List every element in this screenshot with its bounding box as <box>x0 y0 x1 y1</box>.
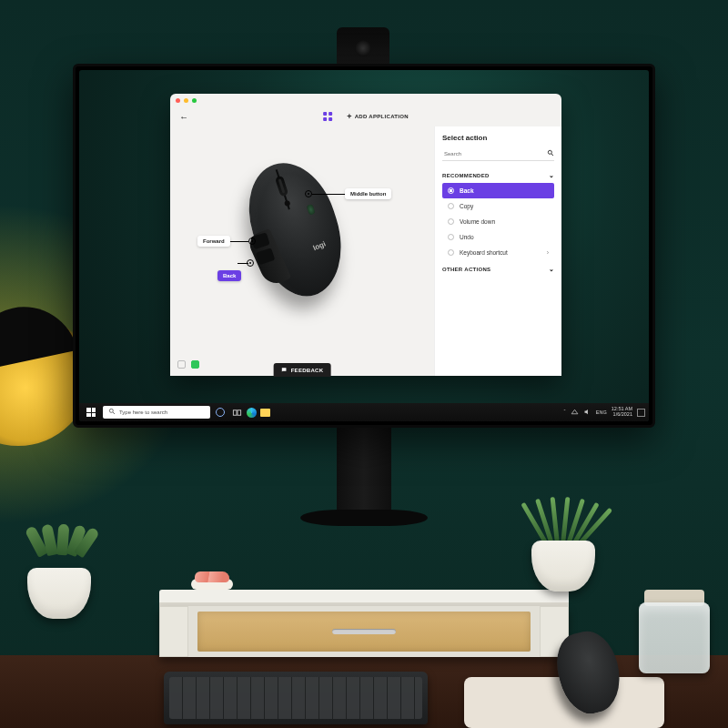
mason-jar <box>639 590 710 673</box>
window-titlebar <box>170 94 561 106</box>
option-volume-down[interactable]: Volume down <box>442 214 554 229</box>
svg-line-3 <box>113 412 115 414</box>
chevron-down-icon: ⌄ <box>549 266 554 273</box>
file-explorer-icon[interactable] <box>260 409 270 417</box>
tray-date: 1/6/2021 <box>613 412 632 418</box>
drawer <box>197 612 531 652</box>
callout-forward-button[interactable]: Forward <box>197 236 230 247</box>
svg-point-0 <box>548 150 551 154</box>
option-undo-label: Undo <box>460 234 474 240</box>
topbar-center: + ADD APPLICATION <box>323 112 409 121</box>
cortana-icon[interactable] <box>214 406 227 419</box>
chevron-down-icon: ⌄ <box>549 172 554 179</box>
lead-back <box>238 263 248 264</box>
option-undo[interactable]: Undo <box>442 229 554 245</box>
section-other-label: OTHER ACTIONS <box>442 267 490 272</box>
pin-middle-button[interactable] <box>305 190 312 197</box>
option-volume-down-label: Volume down <box>460 218 495 225</box>
task-view-icon[interactable] <box>230 406 243 419</box>
plant-right <box>524 515 602 592</box>
option-keyboard-shortcut-label: Keyboard shortcut <box>460 249 508 256</box>
callout-back-button[interactable]: Back <box>217 270 241 281</box>
monitor-stand <box>159 590 569 672</box>
windows-taskbar: Type here to search ˄ ENG <box>79 403 649 421</box>
lead-middle <box>312 194 345 195</box>
option-keyboard-shortcut[interactable]: Keyboard shortcut › <box>442 245 554 260</box>
tray-language[interactable]: ENG <box>596 410 607 415</box>
panel-title: Select action <box>442 134 554 142</box>
taskbar-search-placeholder: Type here to search <box>119 410 167 415</box>
search-icon <box>108 408 116 417</box>
edge-icon[interactable] <box>247 408 257 418</box>
callout-middle-button[interactable]: Middle button <box>345 188 391 199</box>
start-button[interactable] <box>83 405 99 420</box>
section-recommended[interactable]: RECOMMENDED ⌄ <box>442 172 554 179</box>
svg-rect-4 <box>233 410 237 415</box>
monitor-base <box>300 510 428 526</box>
system-tray: ˄ ENG 12:51 AM 1/6/2021 <box>563 407 645 418</box>
app-topbar: ← + ADD APPLICATION <box>170 106 561 126</box>
tray-chevron-icon[interactable]: ˄ <box>563 410 566 415</box>
tray-clock[interactable]: 12:51 AM 1/6/2021 <box>612 407 632 418</box>
search-icon[interactable] <box>547 149 554 158</box>
radio-icon <box>448 203 454 209</box>
option-back-label: Back <box>460 187 474 194</box>
svg-line-1 <box>551 154 553 156</box>
section-recommended-label: RECOMMENDED <box>442 173 490 178</box>
middle-button-dot <box>284 200 291 207</box>
status-led <box>307 204 316 216</box>
window-close-button[interactable] <box>176 98 180 103</box>
taskbar-search[interactable]: Type here to search <box>103 406 210 419</box>
action-search <box>442 147 554 161</box>
device-chip-icon[interactable] <box>177 360 186 369</box>
action-panel: Select action RECOMMENDED ⌄ <box>434 126 561 376</box>
device-stage: logi Middle button Forward Back <box>170 126 434 376</box>
window-minimize-button[interactable] <box>184 98 188 103</box>
desktop-wallpaper: ← + ADD APPLICATION <box>79 70 649 421</box>
scene-root: ← + ADD APPLICATION <box>0 0 728 728</box>
device-mouse: logi <box>235 151 357 307</box>
mouse-body: logi <box>235 151 357 307</box>
svg-point-2 <box>109 409 113 412</box>
logi-options-window: ← + ADD APPLICATION <box>170 94 561 376</box>
feedback-label: FEEDBACK <box>291 368 324 373</box>
back-button[interactable]: ← <box>179 112 192 122</box>
monitor: ← + ADD APPLICATION <box>73 64 655 428</box>
action-center-icon[interactable] <box>637 409 645 417</box>
option-copy[interactable]: Copy <box>442 198 554 214</box>
svg-rect-5 <box>237 410 240 415</box>
radio-icon <box>448 249 454 256</box>
radio-icon <box>448 218 454 225</box>
add-application-label: ADD APPLICATION <box>355 114 409 119</box>
tray-volume-icon[interactable] <box>583 408 592 417</box>
brand-label: logi <box>312 239 328 252</box>
battery-status-icon[interactable] <box>191 360 199 369</box>
chevron-right-icon: › <box>547 249 549 256</box>
window-zoom-button[interactable] <box>192 98 197 103</box>
scroll-wheel <box>275 176 288 197</box>
windows-logo-icon <box>86 408 96 417</box>
sushi <box>191 571 233 590</box>
search-input[interactable] <box>442 147 554 161</box>
plant-left <box>20 542 98 619</box>
keyboard <box>164 672 428 724</box>
tray-network-icon[interactable] <box>571 408 579 417</box>
option-copy-label: Copy <box>460 203 473 209</box>
section-other-actions[interactable]: OTHER ACTIONS ⌄ <box>442 266 554 273</box>
add-application-button[interactable]: + ADD APPLICATION <box>347 114 409 119</box>
app-body: logi Middle button Forward Back <box>170 126 561 376</box>
radio-icon <box>448 234 454 240</box>
feedback-button[interactable]: FEEDBACK <box>274 363 331 377</box>
plus-icon: + <box>347 114 352 119</box>
stage-footer <box>177 360 199 369</box>
pin-forward-button[interactable] <box>248 238 256 245</box>
apps-grid-icon[interactable] <box>323 112 332 121</box>
chat-icon <box>281 367 288 373</box>
option-back: Back <box>442 183 554 198</box>
radio-selected-icon <box>448 187 454 194</box>
